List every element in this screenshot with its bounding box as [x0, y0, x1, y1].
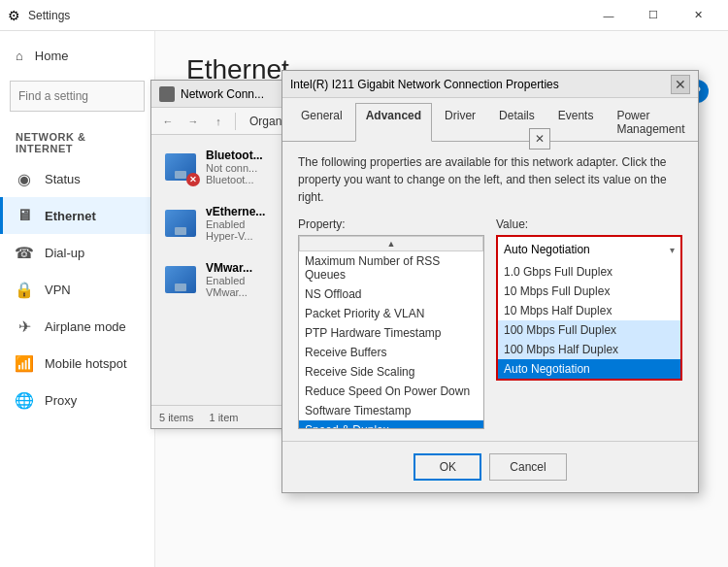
ethernet-icon: 🖥 — [16, 207, 33, 224]
value-dropdown-header[interactable]: Auto Negotiation ▾ — [498, 237, 680, 262]
value-item-auto[interactable]: Auto Negotiation — [498, 359, 680, 379]
disconnected-badge: ✕ — [186, 173, 200, 186]
prop-list-container: Property: ▲ Maximum Number of RSS Queues… — [298, 217, 484, 429]
sidebar: ⌂ Home Network & Internet ◉ Status 🖥 Eth… — [0, 31, 155, 567]
ok-button[interactable]: OK — [414, 453, 481, 481]
props-columns: Property: ▲ Maximum Number of RSS Queues… — [298, 217, 682, 429]
cancel-button[interactable]: Cancel — [489, 453, 566, 481]
property-list[interactable]: ▲ Maximum Number of RSS Queues NS Offloa… — [298, 235, 484, 429]
airplane-icon: ✈ — [16, 317, 33, 335]
prop-item-speed-duplex[interactable]: Speed & Duplex — [299, 420, 483, 429]
props-close-button[interactable]: ✕ — [671, 75, 690, 94]
sidebar-item-airplane[interactable]: ✈ Airplane mode — [0, 308, 154, 345]
props-description: The following properties are available f… — [298, 153, 682, 206]
main-panel: Ethernet ? Network Conn... ✕ ← → ↑ Organ… — [155, 31, 728, 567]
title-bar-left: ⚙ Settings — [8, 8, 586, 23]
tab-power-management[interactable]: Power Management — [606, 103, 695, 142]
sidebar-label-status: Status — [45, 172, 81, 186]
home-label: Home — [35, 49, 69, 63]
prop-item-software-ts[interactable]: Software Timestamp — [299, 401, 483, 420]
status-icon: ◉ — [16, 170, 33, 187]
vpn-icon: 🔒 — [16, 281, 33, 298]
title-bar-controls: — ☐ ✕ — [586, 0, 720, 31]
prop-item-packet-prio[interactable]: Packet Priority & VLAN — [299, 304, 483, 323]
search-box — [10, 81, 145, 112]
sidebar-label-airplane: Airplane mode — [45, 319, 126, 334]
items-count: 5 items — [159, 412, 193, 423]
content-area: ⌂ Home Network & Internet ◉ Status 🖥 Eth… — [0, 31, 728, 567]
prop-item-recv-scaling[interactable]: Receive Side Scaling — [299, 362, 483, 382]
nc-back-button[interactable]: ← — [157, 111, 179, 132]
sidebar-label-ethernet: Ethernet — [45, 209, 96, 223]
vethernet-net-icon — [165, 210, 196, 237]
props-titlebar: Intel(R) I211 Gigabit Network Connection… — [282, 71, 698, 98]
nc-window-icon — [159, 86, 175, 102]
selected-count: 1 item — [209, 412, 238, 423]
sidebar-label-proxy: Proxy — [45, 393, 77, 408]
nc-item-icon-bluetooth: ✕ — [163, 150, 198, 184]
tabs-bar: General Advanced Driver Details Events P… — [282, 98, 698, 142]
proxy-icon: 🌐 — [16, 391, 33, 409]
title-bar: ⚙ Settings — ☐ ✕ — [0, 0, 728, 31]
sidebar-item-proxy[interactable]: 🌐 Proxy — [0, 382, 154, 418]
sidebar-home[interactable]: ⌂ Home — [0, 39, 154, 73]
home-icon: ⌂ — [16, 49, 23, 63]
props-dialog-title: Intel(R) I211 Gigabit Network Connection… — [290, 78, 665, 91]
dropdown-arrow-icon: ▾ — [670, 245, 675, 255]
nc-item-icon-vmware — [163, 262, 198, 297]
value-dropdown[interactable]: Auto Negotiation ▾ 1.0 Gbps Full Duplex … — [496, 235, 682, 264]
sidebar-item-vpn[interactable]: 🔒 VPN — [0, 271, 154, 308]
minimize-button[interactable]: — — [586, 0, 631, 31]
value-container: Value: Auto Negotiation ▾ 1.0 Gbps Full … — [496, 217, 682, 429]
hotspot-icon: 📶 — [16, 354, 33, 372]
props-body: The following properties are available f… — [282, 142, 698, 441]
scroll-up-arrow[interactable]: ▲ — [299, 236, 483, 251]
tab-advanced[interactable]: Advanced — [355, 103, 432, 142]
value-dropdown-list: 1.0 Gbps Full Duplex 10 Mbps Full Duplex… — [496, 262, 682, 381]
value-item-10mbps-half[interactable]: 10 Mbps Half Duplex — [498, 301, 680, 320]
value-item-10mbps-full[interactable]: 10 Mbps Full Duplex — [498, 282, 680, 301]
value-item-100mbps-full[interactable]: 100 Mbps Full Duplex — [498, 320, 680, 340]
value-item-1gbps[interactable]: 1.0 Gbps Full Duplex — [498, 262, 680, 282]
properties-dialog: Intel(R) I211 Gigabit Network Connection… — [281, 70, 699, 493]
value-current-text: Auto Negotiation — [504, 243, 590, 256]
value-item-100mbps-half[interactable]: 100 Mbps Half Duplex — [498, 340, 680, 359]
search-input[interactable] — [10, 81, 145, 112]
props-footer: OK Cancel — [282, 441, 698, 492]
sidebar-label-vpn: VPN — [45, 283, 71, 297]
value-label: Value: — [496, 217, 682, 231]
close-button[interactable]: ✕ — [676, 0, 720, 31]
inter-close-button[interactable]: ✕ — [529, 128, 550, 150]
sidebar-section-label: Network & Internet — [0, 119, 154, 160]
prop-item-recv-buffers[interactable]: Receive Buffers — [299, 343, 483, 362]
prop-item-ns-offload[interactable]: NS Offload — [299, 284, 483, 304]
maximize-button[interactable]: ☐ — [631, 0, 676, 31]
title-bar-title: Settings — [28, 9, 70, 22]
tab-general[interactable]: General — [290, 103, 353, 142]
settings-icon: ⚙ — [8, 8, 20, 23]
sidebar-label-dialup: Dial-up — [45, 246, 84, 260]
sidebar-item-ethernet[interactable]: 🖥 Ethernet — [0, 197, 154, 234]
nc-item-icon-vethernet — [163, 206, 198, 241]
prop-item-reduce-speed[interactable]: Reduce Speed On Power Down — [299, 382, 483, 401]
property-label: Property: — [298, 217, 484, 231]
nc-forward-button[interactable]: → — [182, 111, 204, 132]
tab-driver[interactable]: Driver — [434, 103, 486, 142]
nc-up-button[interactable]: ↑ — [208, 111, 229, 132]
vmware-net-icon — [165, 266, 196, 293]
sidebar-item-status[interactable]: ◉ Status — [0, 160, 154, 197]
sidebar-item-dialup[interactable]: ☎ Dial-up — [0, 234, 154, 271]
tab-events[interactable]: Events — [547, 103, 605, 142]
sidebar-item-hotspot[interactable]: 📶 Mobile hotspot — [0, 345, 154, 382]
prop-item-ptp[interactable]: PTP Hardware Timestamp — [299, 323, 483, 343]
prop-item-max-rss[interactable]: Maximum Number of RSS Queues — [299, 251, 483, 284]
sidebar-label-hotspot: Mobile hotspot — [45, 356, 127, 371]
settings-window: ⚙ Settings — ☐ ✕ ⌂ Home Network & Intern… — [0, 0, 728, 567]
dialup-icon: ☎ — [16, 244, 33, 261]
